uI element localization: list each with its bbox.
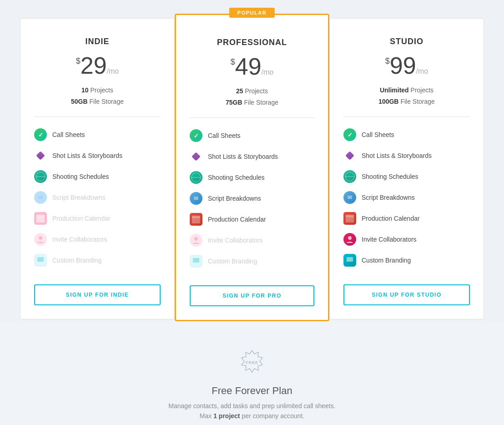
free-section: FREE Free Forever Plan Manage contacts, … [0, 321, 504, 425]
feature-schedules: Shooting Schedules [343, 166, 470, 187]
feature-icon-scripts: ✉ [343, 191, 356, 204]
svg-text:✉: ✉ [348, 194, 352, 201]
plan-button-studio[interactable]: SIGN UP FOR STUDIO [343, 284, 470, 305]
svg-rect-17 [192, 152, 201, 161]
feature-branding: Custom Branding [34, 250, 161, 271]
feature-icon-branding [34, 254, 47, 267]
feature-icon-calendar [34, 212, 47, 225]
feature-scripts: ✉ Script Breakdowns [34, 187, 161, 208]
feature-list-professional: ✓ Call Sheets Shot Lists & Storyboards S… [190, 125, 314, 272]
feature-list-studio: ✓ Call Sheets Shot Lists & Storyboards S… [343, 124, 470, 271]
feature-label-calendar: Production Calendar [52, 215, 111, 222]
svg-point-42 [348, 236, 352, 240]
svg-text:✉: ✉ [194, 195, 198, 202]
feature-callsheets: ✓ Call Sheets [190, 125, 314, 146]
feature-label-branding: Custom Branding [362, 257, 411, 264]
storage-amount: 50GB [71, 98, 88, 105]
price-amount: 49 [235, 53, 262, 80]
feature-icon-branding [190, 255, 202, 268]
feature-label-invite: Invite Collaborators [362, 236, 417, 243]
price-amount: 99 [390, 52, 416, 79]
feature-schedules: Shooting Schedules [34, 166, 161, 187]
plan-name-professional: PROFESSIONAL [190, 38, 314, 47]
free-plan-title: Free Forever Plan [9, 385, 495, 397]
svg-point-27 [194, 237, 198, 241]
price-per: /mo [107, 67, 119, 75]
feature-callsheets: ✓ Call Sheets [34, 124, 161, 145]
svg-rect-9 [36, 217, 45, 223]
storage-label: File Storage [400, 98, 434, 105]
plan-card-indie: INDIE $29/mo 10 Projects 50GB File Stora… [20, 18, 175, 319]
feature-scripts: ✉ Script Breakdowns [190, 188, 314, 209]
svg-rect-24 [192, 218, 200, 223]
dollar-sign: $ [76, 56, 81, 66]
feature-icon-invite [190, 234, 202, 247]
feature-label-calendar: Production Calendar [208, 216, 266, 223]
svg-rect-14 [37, 257, 44, 262]
feature-invite: Invite Collaborators [34, 229, 161, 250]
feature-shotlists: Shot Lists & Storyboards [343, 145, 470, 166]
plan-name-indie: INDIE [34, 37, 161, 46]
feature-label-invite: Invite Collaborators [52, 236, 107, 243]
feature-label-scripts: Script Breakdowns [52, 194, 106, 201]
svg-text:FREE: FREE [246, 360, 258, 365]
plan-button-indie[interactable]: SIGN UP FOR INDIE [34, 284, 161, 305]
feature-icon-callsheets: ✓ [34, 128, 47, 141]
storage-label: File Storage [89, 98, 123, 105]
plan-divider [34, 116, 161, 117]
plan-button-professional[interactable]: SIGN UP FOR PRO [190, 285, 314, 306]
feature-icon-callsheets: ✓ [343, 128, 356, 141]
svg-text:✓: ✓ [194, 132, 199, 139]
feature-label-schedules: Shooting Schedules [362, 173, 418, 180]
plan-limits-professional: 25 Projects 75GB File Storage [190, 86, 314, 108]
svg-rect-2 [36, 151, 45, 160]
feature-scripts: ✉ Script Breakdowns [343, 187, 470, 208]
plans-container: INDIE $29/mo 10 Projects 50GB File Stora… [9, 18, 495, 321]
feature-icon-calendar [190, 213, 202, 226]
free-plan-sub: Max 1 project per company account. [9, 412, 495, 420]
feature-label-schedules: Shooting Schedules [52, 173, 109, 180]
plan-divider [190, 117, 314, 118]
feature-icon-schedules [34, 170, 47, 183]
feature-invite: Invite Collaborators [343, 229, 470, 250]
svg-point-12 [39, 236, 42, 240]
feature-branding: Custom Branding [190, 251, 314, 272]
feature-icon-scripts: ✉ [190, 192, 202, 205]
price-per: /mo [416, 67, 428, 75]
feature-shotlists: Shot Lists & Storyboards [190, 146, 314, 167]
feature-label-calendar: Production Calendar [362, 215, 420, 222]
feature-icon-shotlists [343, 149, 356, 162]
popular-badge: POPULAR [229, 8, 275, 18]
feature-label-callsheets: Call Sheets [208, 132, 241, 139]
feature-label-callsheets: Call Sheets [362, 131, 394, 138]
free-badge: FREE [238, 349, 266, 376]
dollar-sign: $ [385, 56, 390, 66]
feature-list-indie: ✓ Call Sheets Shot Lists & Storyboards S… [34, 124, 161, 271]
feature-label-schedules: Shooting Schedules [208, 174, 265, 181]
free-plan-desc: Manage contacts, add tasks and prep unli… [9, 402, 495, 410]
feature-icon-calendar [343, 212, 356, 225]
svg-rect-32 [345, 151, 354, 160]
plan-card-professional: POPULAR PROFESSIONAL $49/mo 25 Projects … [175, 14, 329, 321]
feature-invite: Invite Collaborators [190, 230, 314, 251]
svg-text:✓: ✓ [38, 132, 43, 138]
feature-callsheets: ✓ Call Sheets [343, 124, 470, 145]
feature-icon-schedules [343, 170, 356, 183]
feature-label-shotlists: Shot Lists & Storyboards [52, 152, 122, 159]
storage-amount: 75GB [226, 99, 242, 106]
feature-icon-schedules [190, 171, 202, 184]
plan-divider [343, 116, 470, 117]
feature-icon-scripts: ✉ [34, 191, 47, 204]
feature-label-branding: Custom Branding [208, 258, 257, 265]
storage-label: File Storage [244, 99, 278, 106]
svg-rect-39 [346, 217, 354, 223]
feature-icon-invite [34, 233, 47, 246]
feature-calendar: Production Calendar [34, 208, 161, 229]
dollar-sign: $ [231, 57, 235, 66]
feature-calendar: Production Calendar [190, 209, 314, 230]
svg-rect-44 [347, 257, 353, 262]
feature-label-scripts: Script Breakdowns [362, 194, 415, 201]
feature-label-shotlists: Shot Lists & Storyboards [362, 152, 432, 159]
feature-branding: Custom Branding [343, 250, 470, 271]
svg-text:✉: ✉ [38, 194, 43, 201]
